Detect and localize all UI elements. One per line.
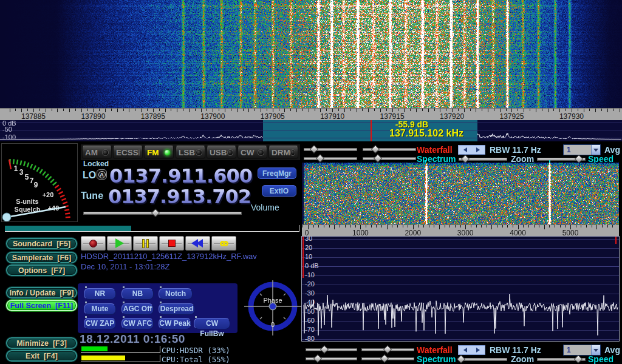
soundcard-button[interactable]: Soundcard [F5] <box>6 238 77 249</box>
freqmgr-button[interactable]: FreqMgr <box>258 167 296 179</box>
rf-spectrum-display[interactable]: 0 dB -50 -100 -55.9 dB 137.915.102 kHz <box>0 120 622 141</box>
dropdown-arrow-icon[interactable] <box>591 345 600 355</box>
tick <box>302 109 303 111</box>
pause-button[interactable] <box>133 236 158 251</box>
tick <box>63 109 64 111</box>
waterfall-brightness-slider-top[interactable] <box>304 146 357 153</box>
spectrum-range-slider-bottom[interactable] <box>361 355 414 363</box>
mode-button-lsb[interactable]: LSB <box>176 146 205 159</box>
tick <box>460 225 461 228</box>
stop-button[interactable] <box>159 236 184 251</box>
arrow-right-icon[interactable] <box>476 147 480 152</box>
nb-button[interactable]: NB <box>121 288 154 300</box>
cpu-hdsdr-bar <box>81 346 160 353</box>
cw-fullbw-button[interactable]: CW FullBw <box>194 318 230 329</box>
full-screen-button[interactable]: Full Screen [F11] <box>6 300 77 311</box>
avg-value: 1 <box>564 345 591 355</box>
samplerate-button[interactable]: Samplerate [F6] <box>6 252 77 263</box>
band-edge-marker-right <box>615 237 617 244</box>
waterfall-brightness-slider-bottom[interactable] <box>306 346 357 354</box>
mode-button-drm[interactable]: DRM <box>268 146 298 159</box>
rf-waterfall-display[interactable] <box>0 0 622 108</box>
mode-button-am[interactable]: AM <box>82 146 112 159</box>
cw-afc-button[interactable]: CW AFC <box>121 318 154 329</box>
tick <box>422 109 423 111</box>
cursor-frequency-readout: 137.915.102 kHz <box>371 128 482 139</box>
waterfall-shift-buttons-top[interactable] <box>458 145 485 155</box>
arrow-left-icon[interactable] <box>463 147 467 152</box>
speed-slider-bottom[interactable] <box>537 356 586 363</box>
spectrum-label-bottom: Spectrum <box>417 354 456 364</box>
rf-frequency-scale[interactable]: 1378851378901378951379001379051379101379… <box>0 108 622 120</box>
play-icon <box>115 238 124 248</box>
mode-button-ecss[interactable]: ECSS <box>113 146 143 159</box>
tick <box>542 109 542 111</box>
extio-button[interactable]: ExtIO <box>262 185 296 197</box>
tick <box>423 225 424 228</box>
agc-button[interactable]: AGC Off <box>121 303 154 315</box>
volume-slider[interactable] <box>83 209 242 217</box>
phase-dot <box>270 303 276 309</box>
waterfall-shift-buttons-bottom[interactable] <box>458 345 485 355</box>
button-label: Samplerate <box>12 254 53 262</box>
tick <box>362 109 363 111</box>
af-frequency-scale[interactable]: 010002000300040005000 <box>302 224 619 237</box>
recording-filename: HDSDR_20111210_125611Z_137912kHz_RF.wav <box>81 252 257 261</box>
lo-frequency-display[interactable]: 0137.911.600 <box>109 164 252 187</box>
arrow-left-icon[interactable] <box>463 348 467 352</box>
spectrum-ref-slider-top[interactable] <box>304 155 357 163</box>
tune-frequency-display[interactable]: 0137.913.702 <box>108 185 251 208</box>
mode-button-fm[interactable]: FM <box>144 146 174 159</box>
exit-button[interactable]: Exit [F4] <box>6 350 77 362</box>
tick <box>207 109 207 111</box>
avg-label-top: Avg <box>604 145 620 155</box>
tick <box>553 109 554 111</box>
cw-zap-button[interactable]: CW ZAP <box>84 318 116 329</box>
tick <box>397 225 398 228</box>
waterfall-contrast-slider-bottom[interactable] <box>361 346 414 354</box>
waterfall-contrast-slider-top[interactable] <box>363 146 416 153</box>
smeter-tick-label: 1 <box>14 164 18 173</box>
tick <box>329 225 330 228</box>
play-button[interactable] <box>107 236 132 251</box>
notch-button[interactable]: Notch <box>159 288 193 300</box>
arrow-right-icon[interactable] <box>476 348 480 352</box>
tick <box>334 225 335 229</box>
tick <box>10 109 10 112</box>
tick <box>403 225 403 228</box>
slider-thumb[interactable] <box>151 209 160 217</box>
squelch-level-bar[interactable] <box>5 225 299 232</box>
tick <box>491 225 492 229</box>
tick <box>302 225 303 228</box>
mode-button-cw[interactable]: CW <box>238 146 267 159</box>
despread-button[interactable]: Despread <box>159 303 195 315</box>
dropdown-arrow-icon[interactable] <box>591 145 600 155</box>
tick <box>487 225 487 228</box>
cw-peak-button[interactable]: CW Peak <box>159 318 191 329</box>
tick <box>481 225 482 228</box>
loop-button[interactable] <box>211 236 236 251</box>
record-button[interactable] <box>81 236 106 251</box>
rewind-button[interactable] <box>185 236 210 251</box>
mode-led-icon <box>258 149 264 156</box>
mute-button[interactable]: Mute <box>84 303 116 315</box>
options-button[interactable]: Options [F7] <box>6 265 77 276</box>
nr-button[interactable]: NR <box>84 288 116 300</box>
minimize-button[interactable]: Minimize [F3] <box>6 337 77 349</box>
info-update-button[interactable]: Info / Update [F9] <box>6 287 77 298</box>
rf-scale-label: 137900 <box>200 112 225 121</box>
button-label: Exit <box>26 352 39 360</box>
rewind-icon <box>193 239 203 248</box>
lo-mode-a-button[interactable]: A <box>97 169 107 180</box>
tick <box>255 109 255 111</box>
spectrum-range-slider-top[interactable] <box>363 155 416 163</box>
mode-label: USB <box>210 148 227 157</box>
af-spectrum-display[interactable]: 3020100 dB-10-20-30-40-50-60-70-80 <box>301 236 620 342</box>
spectrum-ref-slider-bottom[interactable] <box>306 355 357 363</box>
af-waterfall-display[interactable] <box>302 163 619 224</box>
slider-track <box>83 212 242 215</box>
mode-button-usb[interactable]: USB <box>207 146 236 159</box>
tick <box>135 109 135 111</box>
volume-label: Volume <box>251 203 279 212</box>
zoom-slider-bottom[interactable] <box>459 356 507 363</box>
